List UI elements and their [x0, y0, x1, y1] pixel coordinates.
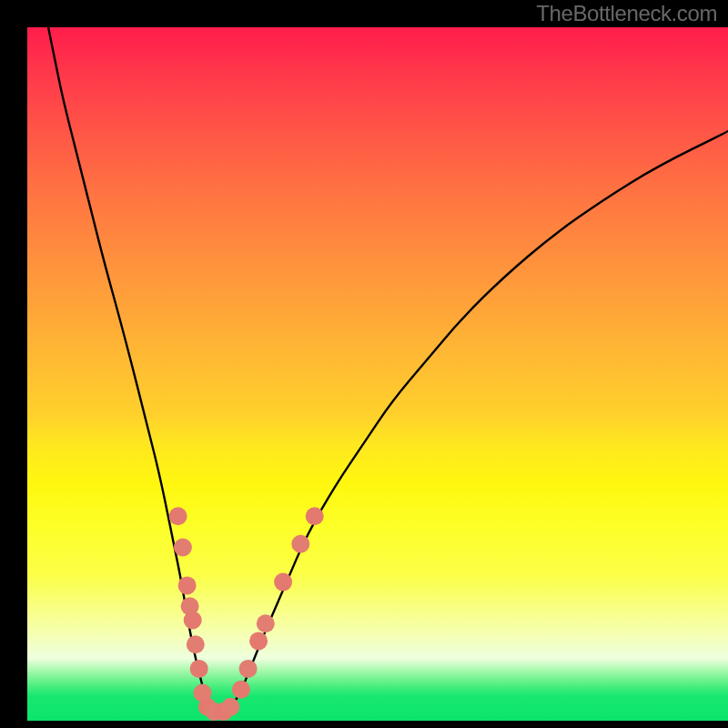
chart-canvas [0, 0, 728, 728]
curve-marker [232, 681, 250, 699]
watermark-text: TheBottleneck.com [536, 1, 717, 26]
plot-background [27, 27, 728, 721]
curve-marker [184, 612, 202, 630]
curve-marker [291, 535, 309, 553]
curve-marker [221, 698, 239, 716]
curve-marker [239, 660, 258, 678]
curve-marker [257, 614, 275, 632]
curve-marker [190, 660, 208, 678]
curve-marker [174, 539, 192, 557]
curve-marker [274, 573, 292, 592]
curve-marker [187, 635, 205, 653]
curve-marker [249, 632, 268, 650]
curve-marker [306, 507, 324, 525]
curve-marker [169, 507, 187, 525]
curve-marker [178, 576, 197, 594]
